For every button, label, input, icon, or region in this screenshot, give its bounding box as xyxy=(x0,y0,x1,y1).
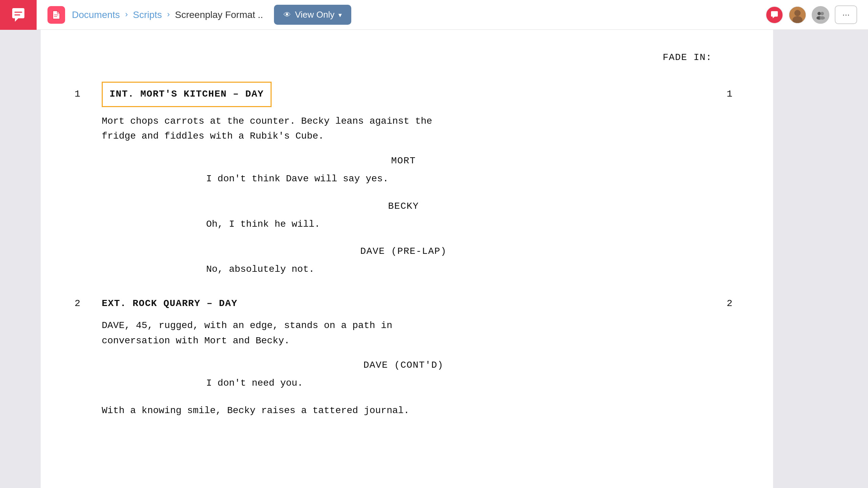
screenplay: FADE IN: 1 INT. MORT'S KITCHEN – DAY 1 M… xyxy=(75,50,732,419)
svg-point-10 xyxy=(821,12,824,15)
app-logo xyxy=(0,0,37,30)
more-button[interactable]: ··· xyxy=(835,5,857,24)
scene-2-number-right: 2 xyxy=(705,296,732,311)
svg-point-6 xyxy=(794,10,801,16)
scene-2-dialogue-text-1: I don't need you. xyxy=(206,376,601,391)
scene-2-heading: EXT. ROCK QUARRY – DAY xyxy=(102,296,237,311)
scene-1-number-left: 1 xyxy=(75,87,102,102)
eye-icon: 👁 xyxy=(283,11,291,19)
chevron-down-icon: ▾ xyxy=(338,11,342,19)
scene-2-number-left: 2 xyxy=(75,296,102,311)
main-content: FADE IN: 1 INT. MORT'S KITCHEN – DAY 1 M… xyxy=(0,30,868,488)
document-icon xyxy=(47,6,65,24)
scene-1-char-1: MORT xyxy=(75,154,732,169)
scene-1-char-3: DAVE (PRE-LAP) xyxy=(75,244,732,259)
scene-2-action-2: With a knowing smile, Becky raises a tat… xyxy=(102,403,732,419)
scene-1-heading-row: 1 INT. MORT'S KITCHEN – DAY 1 xyxy=(75,82,732,107)
topbar: Documents › Scripts › Screenplay Format … xyxy=(0,0,868,30)
document-area[interactable]: FADE IN: 1 INT. MORT'S KITCHEN – DAY 1 M… xyxy=(41,30,773,488)
scene-1: 1 INT. MORT'S KITCHEN – DAY 1 Mort chops… xyxy=(75,82,732,277)
scene-1-dialogue-text-2: Oh, I think he will. xyxy=(206,217,601,232)
scene-1-dialogue-3: DAVE (PRE-LAP) No, absolutely not. xyxy=(75,244,732,277)
fade-in: FADE IN: xyxy=(75,50,712,65)
scene-1-action-1: Mort chops carrots at the counter. Becky… xyxy=(102,114,732,144)
scene-2-dialogue-1: DAVE (CONT'D) I don't need you. xyxy=(75,358,732,391)
breadcrumb-scripts[interactable]: Scripts xyxy=(133,9,162,20)
breadcrumb-sep-2: › xyxy=(166,10,171,19)
svg-point-7 xyxy=(793,16,803,23)
scene-1-number-right: 1 xyxy=(705,87,732,102)
scene-1-dialogue-text-1: I don't think Dave will say yes. xyxy=(206,171,601,187)
scene-1-heading: INT. MORT'S KITCHEN – DAY xyxy=(102,82,272,107)
scene-2-action-1: DAVE, 45, rugged, with an edge, stands o… xyxy=(102,318,732,349)
scene-1-dialogue-2: BECKY Oh, I think he will. xyxy=(75,199,732,232)
left-gutter xyxy=(0,30,41,488)
svg-point-11 xyxy=(820,16,825,20)
scene-1-char-2: BECKY xyxy=(75,199,732,214)
right-gutter xyxy=(773,30,868,488)
breadcrumb-sep-1: › xyxy=(124,10,129,19)
view-only-label: View Only xyxy=(295,9,335,20)
topbar-left: Documents › Scripts › Screenplay Format … xyxy=(37,5,766,25)
breadcrumb: Documents › Scripts › Screenplay Format … xyxy=(72,9,263,20)
scene-2: 2 EXT. ROCK QUARRY – DAY 2 DAVE, 45, rug… xyxy=(75,296,732,419)
scene-1-dialogue-1: MORT I don't think Dave will say yes. xyxy=(75,154,732,187)
svg-point-8 xyxy=(817,12,821,15)
scene-2-char-1: DAVE (CONT'D) xyxy=(75,358,732,373)
avatar-people[interactable] xyxy=(812,6,829,24)
view-only-button[interactable]: 👁 View Only ▾ xyxy=(274,5,352,25)
topbar-right: ··· xyxy=(766,5,868,24)
scene-1-dialogue-text-3: No, absolutely not. xyxy=(206,262,601,277)
scene-2-heading-row: 2 EXT. ROCK QUARRY – DAY 2 xyxy=(75,296,732,311)
breadcrumb-current: Screenplay Format .. xyxy=(175,9,263,20)
avatar-user[interactable] xyxy=(789,6,806,24)
breadcrumb-documents[interactable]: Documents xyxy=(72,9,120,20)
avatar-chat[interactable] xyxy=(766,6,783,24)
